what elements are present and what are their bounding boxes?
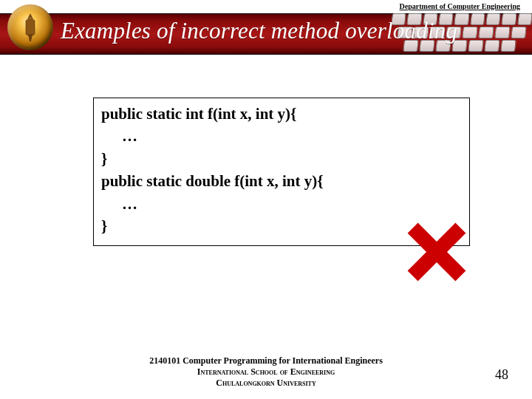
logo-emblem-icon bbox=[21, 12, 40, 43]
incorrect-cross-icon bbox=[403, 219, 470, 285]
page-number: 48 bbox=[495, 367, 508, 383]
code-line: } bbox=[101, 148, 462, 170]
footer: 2140101 Computer Programming for Interna… bbox=[0, 355, 532, 389]
slide-title: Examples of incorrect method overloading bbox=[61, 18, 457, 44]
code-line: … bbox=[101, 125, 462, 147]
footer-school: International School of Engineering bbox=[0, 366, 532, 378]
footer-course: 2140101 Computer Programming for Interna… bbox=[0, 355, 532, 366]
footer-university: Chulalongkorn University bbox=[0, 378, 532, 389]
code-line: public static int f(int x, int y){ bbox=[101, 103, 462, 125]
code-line: public static double f(int x, int y){ bbox=[101, 170, 462, 192]
header-bar: Department of Computer Engineering Examp… bbox=[0, 0, 532, 61]
code-line: … bbox=[101, 193, 462, 215]
department-label: Department of Computer Engineering bbox=[400, 2, 520, 10]
university-logo bbox=[7, 4, 53, 50]
